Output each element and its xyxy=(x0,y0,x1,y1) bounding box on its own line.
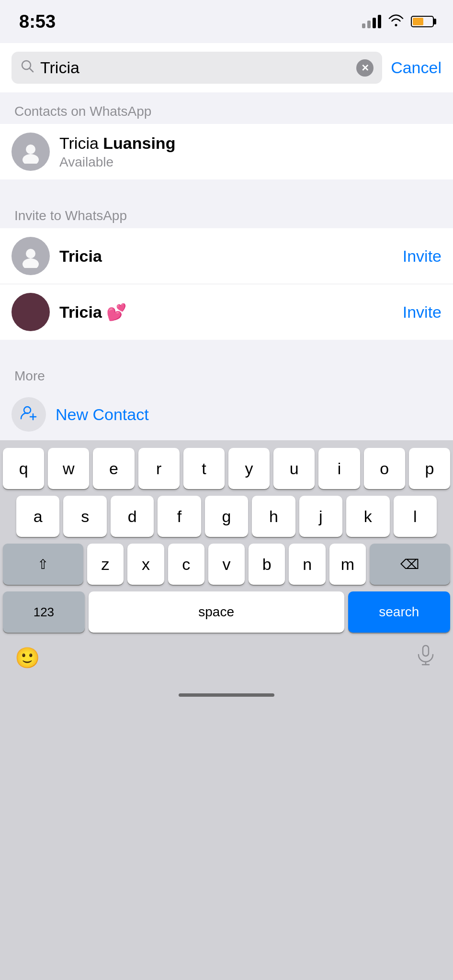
key-t[interactable]: t xyxy=(183,448,225,489)
microphone-icon xyxy=(417,645,435,670)
status-time: 8:53 xyxy=(19,11,56,32)
key-h[interactable]: h xyxy=(252,496,295,537)
key-p[interactable]: p xyxy=(409,448,450,489)
clear-button[interactable]: ✕ xyxy=(356,59,374,77)
contact-info-tricia-1: Tricia xyxy=(59,247,393,266)
svg-rect-9 xyxy=(423,646,429,656)
contacts-list: Tricia Luansing Available xyxy=(0,124,453,179)
invite-row-tricia-1[interactable]: Tricia Invite xyxy=(0,228,453,284)
key-z[interactable]: z xyxy=(87,544,124,585)
avatar-tricia-1 xyxy=(11,237,50,275)
search-input[interactable]: Tricia xyxy=(40,58,351,77)
more-section: More New Contact xyxy=(0,357,453,440)
status-icons xyxy=(362,13,434,30)
key-f[interactable]: f xyxy=(158,496,201,537)
cancel-button[interactable]: Cancel xyxy=(391,58,442,77)
key-m[interactable]: m xyxy=(329,544,366,585)
new-contact-avatar xyxy=(11,397,46,432)
key-k[interactable]: k xyxy=(346,496,389,537)
contact-name-tricia-1: Tricia xyxy=(59,247,393,266)
contacts-on-whatsapp-section: Contacts on WhatsApp Tricia Luansing Ava… xyxy=(0,92,453,179)
key-i[interactable]: i xyxy=(318,448,360,489)
svg-line-1 xyxy=(30,68,34,72)
svg-point-5 xyxy=(23,258,39,268)
key-c[interactable]: c xyxy=(168,544,204,585)
key-e[interactable]: e xyxy=(93,448,134,489)
signal-icon xyxy=(362,15,381,28)
contacts-section-header: Contacts on WhatsApp xyxy=(0,92,453,124)
key-b[interactable]: b xyxy=(249,544,285,585)
avatar-tricia-luansing xyxy=(11,133,50,171)
battery-icon xyxy=(411,16,434,27)
key-v[interactable]: v xyxy=(208,544,245,585)
numbers-key[interactable]: 123 xyxy=(3,591,85,633)
key-a[interactable]: a xyxy=(16,496,59,537)
space-key[interactable]: space xyxy=(89,591,344,633)
svg-point-4 xyxy=(26,249,35,258)
key-w[interactable]: w xyxy=(48,448,89,489)
new-contact-row[interactable]: New Contact xyxy=(0,389,453,440)
key-s[interactable]: s xyxy=(63,496,106,537)
key-q[interactable]: q xyxy=(3,448,44,489)
search-bar-container: Tricia ✕ Cancel xyxy=(0,43,453,92)
keyboard-row-3: ⇧ z x c v b n m ⌫ xyxy=(3,544,450,585)
contact-info-tricia-luansing: Tricia Luansing Available xyxy=(59,134,442,170)
invite-button-tricia-2[interactable]: Invite xyxy=(403,303,442,322)
svg-point-3 xyxy=(23,154,39,164)
person-add-icon xyxy=(20,403,38,426)
invite-row-tricia-2[interactable]: Tricia 💕 Invite xyxy=(0,284,453,340)
key-r[interactable]: r xyxy=(138,448,180,489)
invite-contacts-list: Tricia Invite Tricia 💕 Invite xyxy=(0,228,453,340)
keyboard-row-1: q w e r t y u i o p xyxy=(3,448,450,489)
keyboard-bottom-row: 🙂 xyxy=(3,639,450,685)
new-contact-label[interactable]: New Contact xyxy=(56,405,149,424)
microphone-button[interactable] xyxy=(404,639,447,676)
contact-name-tricia-luansing: Tricia Luansing xyxy=(59,134,442,153)
shift-key[interactable]: ⇧ xyxy=(3,544,83,585)
wifi-icon xyxy=(388,13,404,30)
home-bar xyxy=(179,693,274,697)
keyboard: q w e r t y u i o p a s d f g h j k l ⇧ … xyxy=(0,440,453,685)
status-bar: 8:53 xyxy=(0,0,453,43)
emoji-button[interactable]: 🙂 xyxy=(6,639,49,676)
invite-button-tricia-1[interactable]: Invite xyxy=(403,247,442,266)
key-d[interactable]: d xyxy=(111,496,154,537)
search-input-wrapper[interactable]: Tricia ✕ xyxy=(11,52,382,84)
emoji-icon: 🙂 xyxy=(15,646,40,669)
invite-to-whatsapp-section: Invite to WhatsApp Tricia Invite Tricia … xyxy=(0,197,453,340)
key-y[interactable]: y xyxy=(228,448,270,489)
invite-section-header: Invite to WhatsApp xyxy=(0,197,453,228)
more-section-header: More xyxy=(0,357,453,389)
section-gap-2 xyxy=(0,340,453,357)
search-key[interactable]: search xyxy=(348,591,450,633)
search-icon xyxy=(20,59,34,77)
section-gap-1 xyxy=(0,179,453,197)
key-g[interactable]: g xyxy=(205,496,248,537)
key-j[interactable]: j xyxy=(299,496,342,537)
contact-info-tricia-2: Tricia 💕 xyxy=(59,302,393,322)
delete-key[interactable]: ⌫ xyxy=(370,544,450,585)
more-items: New Contact xyxy=(0,389,453,440)
avatar-tricia-2 xyxy=(11,293,50,331)
contact-status-tricia-luansing: Available xyxy=(59,155,442,170)
clear-icon: ✕ xyxy=(361,63,369,73)
contact-name-tricia-2: Tricia 💕 xyxy=(59,302,393,322)
svg-point-2 xyxy=(26,145,35,154)
keyboard-row-4: 123 space search xyxy=(3,591,450,633)
keyboard-row-2: a s d f g h j k l xyxy=(3,496,450,537)
key-n[interactable]: n xyxy=(289,544,325,585)
key-o[interactable]: o xyxy=(364,448,405,489)
key-u[interactable]: u xyxy=(273,448,315,489)
home-indicator xyxy=(0,685,453,704)
key-x[interactable]: x xyxy=(127,544,164,585)
key-l[interactable]: l xyxy=(394,496,437,537)
contact-row-tricia-luansing[interactable]: Tricia Luansing Available xyxy=(0,124,453,179)
